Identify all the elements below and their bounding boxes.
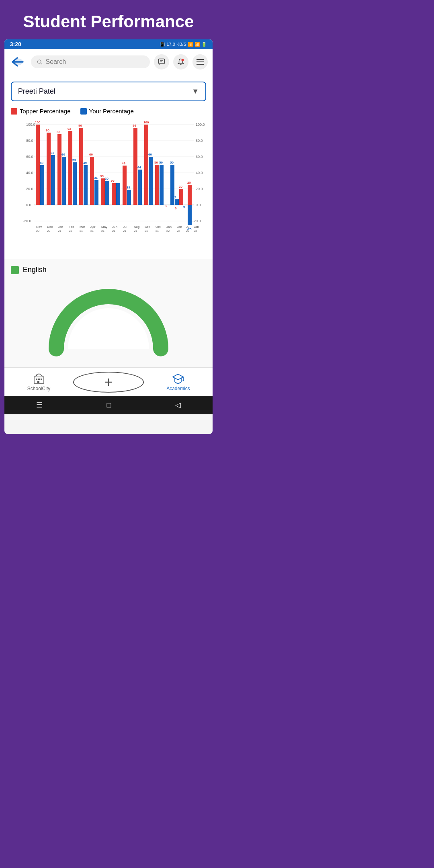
student-dropdown[interactable]: Preeti Patel ▼: [11, 82, 206, 101]
notification-button[interactable]: [173, 54, 188, 70]
menu-button[interactable]: [192, 54, 208, 70]
svg-text:21: 21: [90, 229, 94, 232]
svg-text:Dec: Dec: [47, 225, 53, 229]
svg-rect-40: [57, 134, 61, 205]
school-city-nav-item[interactable]: SchoolCity: [4, 373, 73, 391]
dropdown-arrow-icon: ▼: [192, 87, 199, 96]
svg-text:50: 50: [159, 161, 163, 164]
academics-nav-item[interactable]: Academics: [144, 373, 213, 391]
chat-button[interactable]: [154, 54, 169, 70]
svg-text:Jan: Jan: [58, 225, 63, 229]
svg-rect-37: [51, 155, 55, 205]
search-input[interactable]: [45, 58, 144, 66]
svg-text:60: 60: [89, 153, 93, 156]
chat-icon: [158, 58, 165, 66]
svg-text:Nov: Nov: [36, 225, 42, 229]
add-button[interactable]: [73, 372, 143, 393]
your-legend-label: Your Percentage: [89, 108, 134, 115]
svg-rect-60: [112, 183, 116, 205]
school-city-label: SchoolCity: [27, 386, 50, 391]
selected-student: Preeti Patel: [18, 87, 55, 96]
svg-text:62: 62: [51, 151, 54, 155]
svg-text:22: 22: [177, 229, 180, 232]
gauge-chart: [11, 280, 206, 361]
svg-rect-92: [188, 185, 192, 205]
svg-text:0: 0: [183, 205, 185, 209]
svg-text:22: 22: [166, 229, 170, 232]
svg-rect-53: [94, 180, 98, 205]
svg-rect-57: [105, 181, 109, 205]
svg-text:0.0: 0.0: [26, 203, 31, 207]
svg-point-5: [180, 64, 182, 65]
svg-text:20.0: 20.0: [196, 187, 203, 191]
svg-text:49: 49: [122, 162, 125, 165]
svg-rect-81: [170, 165, 174, 205]
svg-rect-131: [41, 379, 42, 380]
topper-legend-color: [11, 108, 17, 115]
svg-point-138: [183, 380, 184, 381]
svg-rect-36: [47, 133, 51, 205]
svg-rect-65: [127, 190, 131, 205]
back-button[interactable]: [9, 53, 27, 71]
svg-text:96: 96: [133, 124, 136, 127]
svg-text:0: 0: [175, 207, 177, 210]
android-home-button[interactable]: □: [107, 401, 111, 409]
svg-text:0.0: 0.0: [196, 203, 201, 207]
status-icons: 📳 17.0 KB/S 📶 📶 🔋: [160, 42, 207, 47]
svg-rect-85: [175, 199, 179, 205]
page-title-section: Student Performance: [0, 0, 217, 39]
svg-text:Feb: Feb: [69, 225, 74, 229]
svg-text:60: 60: [148, 153, 152, 156]
svg-text:30: 30: [105, 177, 108, 180]
svg-rect-133: [36, 375, 37, 376]
add-icon: [104, 377, 113, 387]
svg-text:96: 96: [78, 124, 82, 127]
svg-text:20.0: 20.0: [26, 187, 33, 191]
top-nav: [4, 49, 213, 75]
svg-text:60.0: 60.0: [196, 155, 203, 159]
svg-text:31: 31: [94, 176, 98, 180]
svg-text:60: 60: [61, 153, 65, 156]
svg-text:21: 21: [145, 229, 148, 232]
svg-text:-20.0: -20.0: [192, 219, 201, 223]
svg-text:21: 21: [58, 229, 61, 232]
svg-marker-136: [173, 374, 183, 380]
svg-rect-33: [40, 165, 44, 205]
android-back-button[interactable]: ◁: [175, 401, 181, 409]
svg-text:Jan: Jan: [177, 225, 182, 229]
svg-rect-45: [73, 162, 77, 205]
svg-rect-2: [159, 59, 165, 64]
svg-text:Mar: Mar: [80, 225, 85, 229]
svg-text:40.0: 40.0: [26, 171, 33, 175]
page-title: Student Performance: [8, 12, 209, 31]
svg-rect-73: [149, 157, 153, 205]
android-menu-button[interactable]: ☰: [36, 401, 43, 409]
your-legend-color: [80, 108, 87, 115]
svg-text:20: 20: [179, 185, 182, 188]
svg-rect-132: [37, 381, 39, 383]
chart-legend: Topper Percentage Your Percentage: [11, 108, 206, 115]
subject-name: English: [23, 266, 47, 274]
svg-text:92: 92: [68, 127, 71, 131]
svg-text:53: 53: [72, 158, 76, 162]
subject-label: English: [11, 266, 206, 274]
svg-text:Sep: Sep: [145, 225, 151, 229]
search-box[interactable]: [31, 55, 150, 68]
bar-chart: 100.0 80.0 60.0 40.0 20.0 0.0 -20.0 100.…: [11, 119, 206, 249]
svg-rect-68: [133, 128, 137, 205]
academics-icon: [172, 373, 184, 384]
svg-text:100: 100: [35, 121, 41, 124]
svg-text:60.0: 60.0: [26, 155, 33, 159]
status-time: 3:20: [10, 41, 21, 47]
main-content: Preeti Patel ▼ Topper Percentage Your Pe…: [4, 75, 213, 259]
svg-text:88: 88: [57, 130, 60, 134]
svg-text:21: 21: [80, 229, 83, 232]
svg-text:7: 7: [174, 195, 176, 199]
svg-text:27: 27: [111, 179, 115, 183]
svg-text:Apr: Apr: [90, 225, 96, 229]
back-arrow-icon: [11, 55, 25, 69]
svg-text:-20.0: -20.0: [23, 219, 31, 223]
topper-legend-label: Topper Percentage: [20, 108, 71, 115]
svg-text:80.0: 80.0: [26, 139, 33, 143]
svg-rect-49: [84, 165, 88, 205]
